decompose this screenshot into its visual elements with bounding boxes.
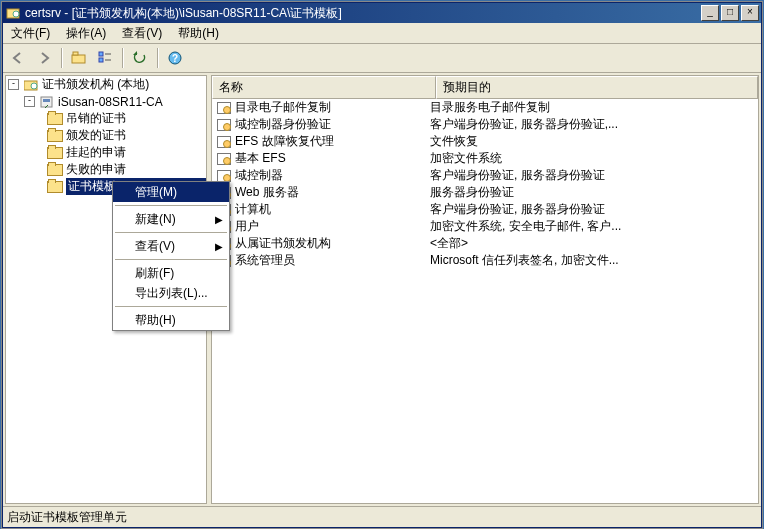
cell-name: 域控制器 xyxy=(235,167,283,184)
list-row[interactable]: 用户加密文件系统, 安全电子邮件, 客户... xyxy=(212,218,758,235)
list-row[interactable]: 域控制器客户端身份验证, 服务器身份验证 xyxy=(212,167,758,184)
cell-purpose: 文件恢复 xyxy=(426,133,758,150)
help-icon[interactable]: ? xyxy=(164,47,186,69)
menu-view[interactable]: 查看(V)▶ xyxy=(113,236,229,256)
menu-manage[interactable]: 管理(M) xyxy=(113,182,229,202)
separator xyxy=(61,48,62,68)
cert-authority-icon xyxy=(23,78,39,92)
status-bar: 启动证书模板管理单元 xyxy=(3,506,761,527)
back-button[interactable] xyxy=(7,47,29,69)
cell-purpose: 服务器身份验证 xyxy=(426,184,758,201)
app-icon xyxy=(5,5,21,21)
tree-item[interactable]: 挂起的申请 xyxy=(40,144,206,161)
svg-rect-13 xyxy=(43,99,50,102)
template-icon xyxy=(216,118,232,132)
collapse-icon[interactable]: - xyxy=(24,96,35,107)
folder-icon xyxy=(47,163,63,177)
list-row[interactable]: 域控制器身份验证客户端身份验证, 服务器身份验证,... xyxy=(212,116,758,133)
list-row[interactable]: 系统管理员Microsoft 信任列表签名, 加密文件... xyxy=(212,252,758,269)
refresh-icon[interactable] xyxy=(129,47,151,69)
list-pane: 名称 预期目的 目录电子邮件复制目录服务电子邮件复制域控制器身份验证客户端身份验… xyxy=(211,75,759,504)
menu-bar: 文件(F) 操作(A) 查看(V) 帮助(H) xyxy=(3,23,761,44)
properties-icon[interactable] xyxy=(94,47,116,69)
cell-purpose: 客户端身份验证, 服务器身份验证 xyxy=(426,167,758,184)
cell-purpose: 加密文件系统 xyxy=(426,150,758,167)
menu-help[interactable]: 帮助(H) xyxy=(113,310,229,330)
maximize-button[interactable]: □ xyxy=(721,5,739,21)
tree-root[interactable]: - 证书颁发机构 (本地) xyxy=(8,76,206,93)
menu-view[interactable]: 查看(V) xyxy=(114,23,170,44)
tree-item[interactable]: 颁发的证书 xyxy=(40,127,206,144)
column-purpose[interactable]: 预期目的 xyxy=(436,76,758,99)
tree-item-label: 挂起的申请 xyxy=(66,144,126,161)
cell-purpose: 加密文件系统, 安全电子邮件, 客户... xyxy=(426,218,758,235)
cell-purpose: 客户端身份验证, 服务器身份验证 xyxy=(426,201,758,218)
tree-item-label: 颁发的证书 xyxy=(66,127,126,144)
status-text: 启动证书模板管理单元 xyxy=(7,509,127,526)
collapse-icon[interactable]: - xyxy=(8,79,19,90)
menu-separator xyxy=(115,306,227,307)
menu-separator xyxy=(115,205,227,206)
menu-refresh[interactable]: 刷新(F) xyxy=(113,263,229,283)
cell-name: 从属证书颁发机构 xyxy=(235,235,331,252)
svg-point-1 xyxy=(13,11,19,17)
menu-new[interactable]: 新建(N)▶ xyxy=(113,209,229,229)
tree-item-label: 吊销的证书 xyxy=(66,110,126,127)
submenu-arrow-icon: ▶ xyxy=(215,241,223,252)
tree-item[interactable]: 失败的申请 xyxy=(40,161,206,178)
close-button[interactable]: × xyxy=(741,5,759,21)
cell-purpose: <全部> xyxy=(426,235,758,252)
cell-purpose: 目录服务电子邮件复制 xyxy=(426,99,758,116)
column-name[interactable]: 名称 xyxy=(212,76,436,99)
template-icon xyxy=(216,135,232,149)
svg-rect-4 xyxy=(99,52,103,56)
list-row[interactable]: 计算机客户端身份验证, 服务器身份验证 xyxy=(212,201,758,218)
svg-point-11 xyxy=(31,83,37,89)
forward-button[interactable] xyxy=(33,47,55,69)
list-row[interactable]: 基本 EFS加密文件系统 xyxy=(212,150,758,167)
minimize-button[interactable]: _ xyxy=(701,5,719,21)
tree-ca[interactable]: - iSusan-08SR11-CA xyxy=(24,93,206,110)
svg-rect-6 xyxy=(99,58,103,62)
column-headers: 名称 预期目的 xyxy=(212,76,758,99)
menu-separator xyxy=(115,232,227,233)
template-icon xyxy=(216,101,232,115)
cell-name: 域控制器身份验证 xyxy=(235,116,331,133)
cell-name: 用户 xyxy=(235,218,259,235)
cell-name: 目录电子邮件复制 xyxy=(235,99,331,116)
list-body[interactable]: 目录电子邮件复制目录服务电子邮件复制域控制器身份验证客户端身份验证, 服务器身份… xyxy=(212,99,758,503)
server-icon xyxy=(39,95,55,109)
menu-help[interactable]: 帮助(H) xyxy=(170,23,227,44)
menu-separator xyxy=(115,259,227,260)
cell-name: EFS 故障恢复代理 xyxy=(235,133,334,150)
submenu-arrow-icon: ▶ xyxy=(215,214,223,225)
tree-ca-label: iSusan-08SR11-CA xyxy=(58,95,163,109)
title-bar: certsrv - [证书颁发机构(本地)\iSusan-08SR11-CA\证… xyxy=(3,3,761,23)
folder-icon xyxy=(47,146,63,160)
cell-name: 基本 EFS xyxy=(235,150,286,167)
list-row[interactable]: 目录电子邮件复制目录服务电子邮件复制 xyxy=(212,99,758,116)
tree-item-label: 失败的申请 xyxy=(66,161,126,178)
svg-text:?: ? xyxy=(172,53,178,64)
window-title: certsrv - [证书颁发机构(本地)\iSusan-08SR11-CA\证… xyxy=(25,5,699,22)
cell-purpose: Microsoft 信任列表签名, 加密文件... xyxy=(426,252,758,269)
cell-name: 计算机 xyxy=(235,201,271,218)
folder-button[interactable] xyxy=(68,47,90,69)
menu-export[interactable]: 导出列表(L)... xyxy=(113,283,229,303)
list-row[interactable]: Web 服务器服务器身份验证 xyxy=(212,184,758,201)
svg-rect-3 xyxy=(73,52,78,55)
cell-name: Web 服务器 xyxy=(235,184,299,201)
menu-action[interactable]: 操作(A) xyxy=(58,23,114,44)
folder-icon xyxy=(47,112,63,126)
list-row[interactable]: 从属证书颁发机构<全部> xyxy=(212,235,758,252)
svg-rect-2 xyxy=(72,55,85,63)
folder-icon xyxy=(47,129,63,143)
menu-file[interactable]: 文件(F) xyxy=(3,23,58,44)
separator xyxy=(122,48,123,68)
context-menu: 管理(M) 新建(N)▶ 查看(V)▶ 刷新(F) 导出列表(L)... 帮助(… xyxy=(112,181,230,331)
template-icon xyxy=(216,152,232,166)
list-row[interactable]: EFS 故障恢复代理文件恢复 xyxy=(212,133,758,150)
cell-purpose: 客户端身份验证, 服务器身份验证,... xyxy=(426,116,758,133)
folder-icon xyxy=(47,180,63,194)
tree-item[interactable]: 吊销的证书 xyxy=(40,110,206,127)
